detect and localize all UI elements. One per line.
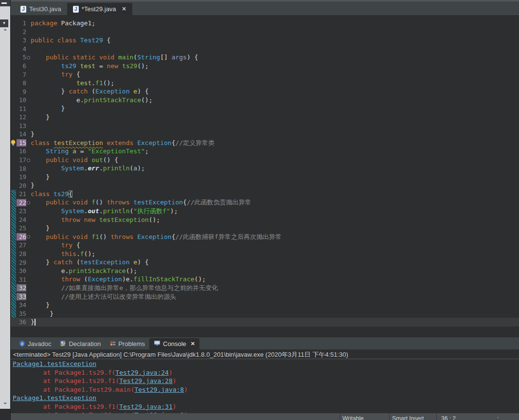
line-number[interactable]: 27 [17,241,26,249]
annotation-ruler-cell[interactable] [11,70,17,79]
annotation-ruler-cell[interactable] [11,28,17,37]
code-line[interactable]: 4 [11,45,519,54]
line-number[interactable]: 18 [17,165,26,172]
code-text[interactable]: e.printStackTrace(); [31,96,152,105]
annotation-ruler-cell[interactable] [11,156,17,164]
code-text[interactable]: } [31,310,54,318]
code-line[interactable]: 30 e.printStackTrace(); [11,267,519,275]
code-text[interactable]: } [31,130,35,139]
code-text[interactable]: } [31,224,50,233]
line-number[interactable]: 16 [17,147,26,155]
code-line[interactable]: 19 } [11,173,519,182]
code-text[interactable]: System.err.println(a); [31,164,145,173]
code-text[interactable]: } [31,181,35,190]
code-line[interactable]: 26 public void f1() throws Exception{//此… [11,233,519,241]
annotation-ruler-cell[interactable] [11,147,17,156]
line-number[interactable]: 3 [17,37,26,44]
code-line[interactable]: 23 System.out.println("执行函数f"); [11,207,519,216]
line-number[interactable]: 24 [17,216,26,223]
code-text[interactable]: throw (Exception)e.fillInStackTrace(); [31,275,206,284]
code-line[interactable]: 32 //如果直接抛出异常e，那么异常信息与之前的并无变化 [11,284,519,292]
line-number[interactable]: 22 [17,199,26,206]
line-number[interactable]: 10 [17,96,26,104]
annotation-ruler-cell[interactable] [11,164,17,173]
line-number[interactable]: 17 [17,156,26,164]
line-number[interactable]: 23 [17,207,26,215]
fold-dot[interactable] [27,56,30,59]
tab-javadoc[interactable]: @ Javadoc [15,338,55,349]
code-text[interactable]: //如果直接抛出异常e，那么异常信息与之前的并无变化 [31,284,218,292]
code-line[interactable]: 3public class Test29 { [11,36,519,45]
code-text[interactable]: public void f1() throws Exception{//此函数捕… [31,233,282,241]
code-line[interactable]: 8 test.f1(); [11,79,519,88]
code-text[interactable]: try { [31,70,80,79]
code-line[interactable]: 14} [11,130,519,139]
status-overflow-indicator[interactable]: : [497,415,499,420]
warning-bulb-icon[interactable] [11,139,17,147]
console-view[interactable]: <terminated> Test29 [Java Application] C… [11,349,519,420]
code-line[interactable]: 1package Package1; [11,19,519,28]
left-minimized-rail[interactable]: ▼ ⌃ ⌄ [0,0,10,420]
line-number[interactable]: 36 [17,318,26,326]
code-text[interactable]: package Package1; [31,19,95,28]
line-number[interactable]: 34 [17,301,26,309]
code-text[interactable]: } catch (Exception e) { [31,87,149,96]
line-number[interactable]: 9 [17,88,26,95]
stacktrace-link[interactable]: Test29.java:24 [115,369,169,376]
code-text[interactable]: } [31,301,50,310]
code-text[interactable]: } [31,318,36,327]
annotation-ruler-cell[interactable] [11,207,17,216]
line-number[interactable]: 21 [17,190,26,198]
line-number[interactable]: 26 [17,233,26,240]
line-number[interactable]: 14 [17,130,26,138]
annotation-ruler-cell[interactable] [11,250,17,258]
code-text[interactable]: ts29 test = new ts29(); [31,62,149,71]
code-text[interactable]: this.f(); [31,250,95,258]
code-line[interactable]: 31 throw (Exception)e.fillInStackTrace()… [11,275,519,284]
code-text[interactable]: //使用上述方法可以改变异常抛出的源头 [31,292,176,301]
code-line[interactable]: 24 throw new testException(); [11,216,519,224]
line-number[interactable]: 8 [17,79,26,87]
code-line[interactable]: 34 } [11,301,519,310]
line-number[interactable]: 30 [17,267,26,274]
tab-console[interactable]: Console ✕ [149,338,199,349]
line-number[interactable]: 13 [17,122,26,129]
annotation-ruler-cell[interactable] [11,233,17,241]
code-line[interactable]: 25 } [11,224,519,233]
annotation-ruler-cell[interactable] [11,241,17,250]
code-text[interactable]: public void out() { [31,156,118,164]
line-number[interactable]: 33 [17,293,26,300]
fold-dot[interactable] [27,159,30,162]
stacktrace-link[interactable]: Package1.testException [13,360,96,367]
annotation-ruler-cell[interactable] [11,79,17,88]
stacktrace-link[interactable]: Test29.java:28 [119,377,173,384]
code-line[interactable]: 18 System.err.println(a); [11,164,519,173]
stacktrace-link[interactable]: Package1.testException [13,394,96,402]
line-number[interactable]: 29 [17,259,26,266]
close-icon[interactable]: ✕ [122,6,126,12]
line-number[interactable]: 15 [17,139,26,146]
line-number[interactable]: 31 [17,276,26,283]
fold-dot[interactable] [27,201,30,204]
annotation-ruler-cell[interactable] [11,224,17,233]
line-number[interactable]: 5 [17,54,26,61]
annotation-ruler-cell[interactable] [11,173,17,182]
code-line[interactable]: 2 [11,28,519,37]
chevron-down-icon[interactable]: ▼ [0,19,8,27]
code-line[interactable]: 33 //使用上述方法可以改变异常抛出的源头 [11,292,519,301]
code-line[interactable]: 11 } [11,104,519,113]
code-line[interactable]: 16 String a = "ExceptionTest"; [11,147,519,156]
annotation-ruler-cell[interactable] [11,275,17,284]
code-line[interactable]: 13 [11,122,519,130]
annotation-ruler-cell[interactable] [11,62,17,71]
code-line[interactable]: 21class ts29{ [11,190,519,199]
code-line[interactable]: 28 this.f(); [11,250,519,258]
line-number[interactable]: 25 [17,224,26,232]
minimized-view-icon[interactable] [0,0,10,6]
annotation-ruler-cell[interactable] [11,318,17,327]
code-line[interactable]: 9 } catch (Exception e) { [11,87,519,96]
code-text[interactable]: throw new testException(); [31,216,160,224]
code-editor[interactable]: 1package Package1;23public class Test29 … [11,15,519,337]
stacktrace-link[interactable]: Test29.java:31 [119,403,173,410]
stacktrace-link[interactable]: Test29.java:8 [134,386,184,393]
